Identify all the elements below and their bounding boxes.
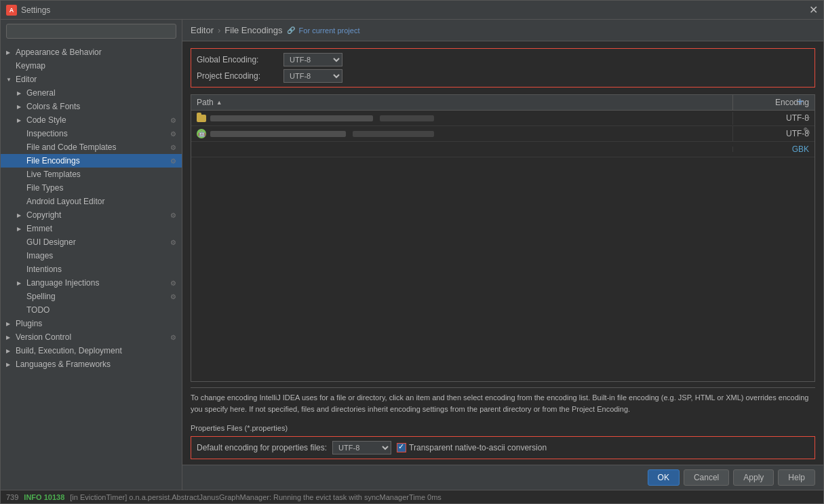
- side-actions: − ✎: [800, 110, 815, 138]
- sidebar-item-label: Inspections: [26, 129, 68, 138]
- status-message: [in EvictionTimer] o.n.a.persist.Abstrac…: [70, 493, 442, 501]
- table-row[interactable]: GBK: [191, 142, 815, 157]
- path-column-label: Path: [197, 98, 214, 107]
- transparent-conversion-label: Transparent native-to-ascii conversion: [409, 443, 547, 452]
- sidebar-item-images[interactable]: Images: [1, 249, 182, 263]
- settings-icon: ⚙: [170, 212, 176, 219]
- settings-icon: ⚙: [170, 293, 176, 301]
- sidebar-item-file-code-templates[interactable]: File and Code Templates ⚙: [1, 140, 182, 154]
- sidebar-item-general[interactable]: ▶ General: [1, 86, 182, 100]
- remove-encoding-button[interactable]: −: [801, 111, 813, 123]
- sidebar-item-label: File Types: [26, 183, 63, 193]
- chevron-right-icon: ▶: [17, 117, 24, 123]
- table-header: Path ▲ Encoding: [191, 95, 815, 111]
- sidebar-item-label: General: [26, 88, 56, 98]
- sidebar-item-file-encodings[interactable]: File Encodings ⚙: [1, 154, 182, 168]
- sidebar-item-label: Intentions: [26, 265, 62, 274]
- project-link-icon: 🔗: [287, 26, 295, 34]
- project-link[interactable]: For current project: [299, 26, 360, 35]
- ok-button[interactable]: OK: [648, 469, 680, 486]
- sidebar-item-version-control[interactable]: ▶ Version Control ⚙: [1, 330, 182, 344]
- sidebar-item-label: Language Injections: [26, 278, 99, 288]
- chevron-right-icon: ▶: [17, 212, 24, 218]
- sidebar-item-intentions[interactable]: Intentions: [1, 263, 182, 276]
- chevron-right-icon: ▶: [17, 90, 24, 96]
- sidebar-item-label: Android Layout Editor: [26, 197, 104, 206]
- chevron-right-icon: ▶: [6, 348, 13, 354]
- global-encoding-select[interactable]: UTF-8 GBK ISO-8859-1: [283, 53, 342, 66]
- table-body: UTF-8 🤖 UTF-8: [191, 111, 815, 381]
- add-encoding-button[interactable]: +: [793, 94, 808, 109]
- breadcrumb-file-encodings: File Encodings: [224, 25, 282, 35]
- default-encoding-label: Default encoding for properties files:: [197, 443, 327, 452]
- sort-icon: ▲: [216, 99, 222, 106]
- sidebar-item-file-types[interactable]: File Types: [1, 181, 182, 195]
- sidebar-item-label: Build, Execution, Deployment: [16, 346, 122, 355]
- app-icon: A: [6, 5, 17, 16]
- project-encoding-label: Project Encoding:: [197, 71, 278, 81]
- sidebar-item-label: Emmet: [26, 224, 52, 233]
- sidebar-item-keymap[interactable]: Keymap: [1, 59, 182, 73]
- default-encoding-select[interactable]: UTF-8 GBK ISO-8859-1: [332, 441, 391, 454]
- status-line: 739: [6, 493, 18, 501]
- edit-encoding-button[interactable]: ✎: [801, 125, 813, 137]
- apply-button[interactable]: Apply: [733, 469, 774, 486]
- close-button[interactable]: ✕: [809, 5, 818, 16]
- sidebar-item-inspections[interactable]: Inspections ⚙: [1, 127, 182, 140]
- sidebar-item-label: File Encodings: [26, 156, 80, 166]
- title-bar: A Settings ✕: [1, 1, 823, 20]
- sidebar-item-label: Copyright: [26, 210, 61, 220]
- sidebar-item-todo[interactable]: TODO: [1, 303, 182, 317]
- table-row[interactable]: 🤖 UTF-8: [191, 126, 815, 142]
- sidebar: ▶ Appearance & Behavior Keymap ▼ Editor: [1, 20, 182, 490]
- status-level: INFO 10138: [24, 493, 64, 501]
- sidebar-item-emmet[interactable]: ▶ Emmet: [1, 222, 182, 235]
- path-column-header[interactable]: Path ▲: [191, 95, 733, 110]
- search-input[interactable]: [6, 24, 176, 39]
- breadcrumb-separator: ›: [218, 25, 220, 35]
- sidebar-item-label: Languages & Frameworks: [16, 360, 111, 369]
- sidebar-item-copyright[interactable]: ▶ Copyright ⚙: [1, 208, 182, 222]
- path-text-blur-2: [353, 131, 434, 137]
- sidebar-item-code-style[interactable]: ▶ Code Style ⚙: [1, 113, 182, 127]
- description-text: To change encoding IntelliJ IDEA uses fo…: [191, 387, 815, 419]
- sidebar-item-language-injections[interactable]: ▶ Language Injections ⚙: [1, 276, 182, 290]
- project-encoding-row: Project Encoding: UTF-8 GBK ISO-8859-1: [197, 69, 809, 83]
- settings-icon: ⚙: [170, 144, 176, 151]
- sidebar-item-colors-fonts[interactable]: ▶ Colors & Fonts: [1, 100, 182, 113]
- sidebar-item-languages[interactable]: ▶ Languages & Frameworks: [1, 357, 182, 371]
- table-row[interactable]: UTF-8: [191, 111, 815, 126]
- sidebar-item-live-templates[interactable]: Live Templates: [1, 168, 182, 181]
- cancel-button[interactable]: Cancel: [684, 469, 729, 486]
- chevron-down-icon: ▼: [6, 77, 13, 83]
- encoding-fields-section: Global Encoding: UTF-8 GBK ISO-8859-1 Pr…: [191, 48, 815, 88]
- sidebar-item-label: Code Style: [26, 115, 66, 125]
- window-title: Settings: [21, 5, 50, 15]
- global-encoding-label: Global Encoding:: [197, 55, 278, 64]
- encoding-value: GBK: [792, 144, 809, 154]
- sidebar-item-label: Version Control: [16, 332, 71, 342]
- sidebar-item-label: File and Code Templates: [26, 142, 117, 152]
- settings-icon: ⚙: [170, 279, 176, 287]
- settings-window: A Settings ✕ ▶ Appearance & Behavior: [0, 0, 824, 504]
- sidebar-item-plugins[interactable]: ▶ Plugins: [1, 317, 182, 330]
- sidebar-item-label: Plugins: [16, 319, 42, 328]
- sidebar-item-editor[interactable]: ▼ Editor: [1, 73, 182, 86]
- sidebar-item-android-layout[interactable]: Android Layout Editor: [1, 195, 182, 208]
- sidebar-item-appearance[interactable]: ▶ Appearance & Behavior: [1, 45, 182, 59]
- encoding-cell: GBK: [733, 142, 815, 157]
- help-button[interactable]: Help: [778, 469, 815, 486]
- sidebar-item-build[interactable]: ▶ Build, Execution, Deployment: [1, 344, 182, 357]
- settings-icon: ⚙: [170, 130, 176, 138]
- main-panel: Editor › File Encodings 🔗 For current pr…: [182, 20, 823, 490]
- project-encoding-select[interactable]: UTF-8 GBK ISO-8859-1: [283, 69, 342, 83]
- sidebar-item-spelling[interactable]: Spelling ⚙: [1, 290, 182, 303]
- sidebar-item-gui-designer[interactable]: GUI Designer ⚙: [1, 235, 182, 249]
- dialog-footer: OK Cancel Apply Help: [182, 465, 823, 490]
- transparent-conversion-checkbox[interactable]: [397, 443, 406, 452]
- settings-icon: ⚙: [170, 117, 176, 124]
- path-text-blur-2: [380, 115, 434, 121]
- folder-icon: [197, 115, 206, 122]
- breadcrumb-editor: Editor: [191, 25, 214, 35]
- properties-inner: Default encoding for properties files: U…: [191, 436, 815, 459]
